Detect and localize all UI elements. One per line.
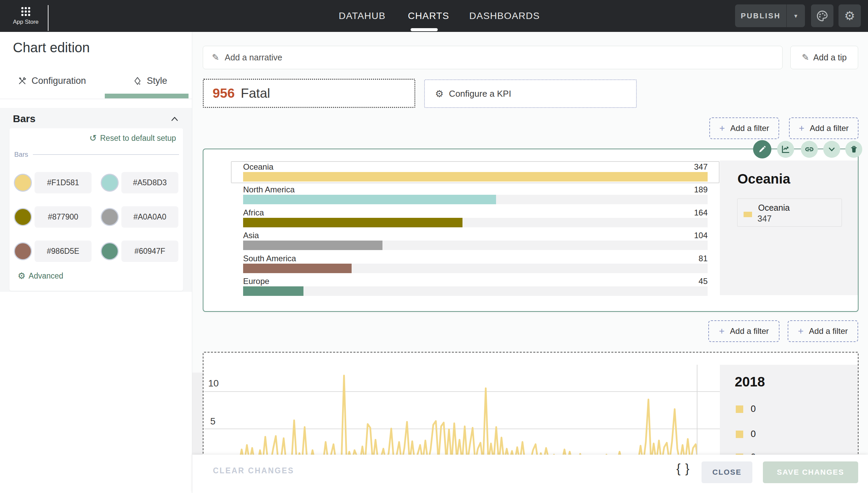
app-store-button[interactable]: App Store (10, 0, 41, 32)
bar-fill (243, 195, 496, 204)
legend-item[interactable]: Oceania 347 (737, 198, 842, 227)
bar-row[interactable]: South America81 (243, 255, 708, 278)
pencil-icon: ✎ (802, 52, 809, 63)
tab-configuration[interactable]: Configuration (18, 64, 86, 97)
bars-section-header[interactable]: Bars (13, 113, 178, 124)
legend-item-value: 347 (757, 214, 772, 224)
bar-track (243, 218, 708, 227)
color-hex-2[interactable]: #A5D8D3 (121, 172, 178, 193)
add-filter-button[interactable]: + Add a filter (788, 320, 858, 342)
save-changes-button[interactable]: SAVE CHANGES (763, 461, 858, 483)
bar-track (243, 264, 708, 273)
app-grid-icon (21, 7, 31, 16)
sidebar: Chart edition Configuration Style Bars (0, 32, 192, 493)
plus-icon: + (799, 123, 804, 134)
color-swatch-1[interactable] (14, 174, 32, 192)
link-button[interactable] (801, 141, 818, 158)
add-filter-button[interactable]: + Add a filter (708, 320, 780, 342)
add-filter-label: Add a filter (730, 124, 769, 133)
bar-row[interactable]: Africa164 (243, 210, 708, 232)
add-filter-button[interactable]: + Add a filter (709, 117, 779, 139)
edit-chart-button[interactable] (753, 140, 771, 158)
legend-item-label: Oceania (758, 203, 790, 213)
link-icon (804, 144, 814, 154)
plus-icon: + (719, 326, 724, 337)
nav-charts[interactable]: CHARTS (408, 0, 449, 32)
advanced-link[interactable]: ⚙ Advanced (18, 271, 63, 281)
legend-item[interactable]: 0 (736, 404, 756, 414)
section-gutter (192, 373, 203, 455)
color-hex-3[interactable]: #877900 (35, 206, 92, 228)
color-hex-6[interactable]: #60947F (121, 241, 178, 262)
add-filter-button[interactable]: + Add a filter (789, 117, 859, 139)
clear-changes-button[interactable]: CLEAR CHANGES (213, 466, 294, 475)
bar-label: Oceania (243, 162, 273, 172)
collapse-chart-button[interactable] (823, 141, 840, 158)
legend-title: 2018 (735, 374, 765, 390)
legend-item-value: 0 (751, 429, 756, 439)
add-tip-label: Add a tip (813, 53, 847, 62)
publish-label[interactable]: PUBLISH (735, 4, 787, 27)
theme-palette-button[interactable] (811, 4, 833, 27)
bar-value: 164 (694, 208, 708, 217)
bottom-action-bar: CLEAR CHANGES { } CLOSE SAVE CHANGES (192, 455, 868, 493)
sidebar-title: Chart edition (13, 40, 90, 55)
kpi-value: 956 (213, 86, 235, 101)
close-button[interactable]: CLOSE (702, 461, 752, 483)
legend-title: Oceania (737, 171, 790, 187)
bar-value: 81 (698, 254, 708, 263)
kpi-label: Fatal (241, 86, 270, 101)
bar-row[interactable]: North America189 (243, 187, 708, 209)
configure-kpi-button[interactable]: ⚙ Configure a KPI (424, 79, 637, 108)
color-swatch-3[interactable] (14, 208, 32, 226)
color-swatch-5[interactable] (14, 242, 32, 260)
active-tab-indicator (105, 94, 189, 98)
bar-row[interactable]: Europe45 (243, 278, 708, 301)
publish-button[interactable]: PUBLISH ▾ (735, 4, 805, 27)
tab-configuration-label: Configuration (32, 76, 86, 86)
delete-chart-button[interactable] (845, 141, 862, 158)
color-hex-1[interactable]: #F1D581 (35, 172, 92, 193)
settings-button[interactable]: ⚙ (839, 4, 861, 27)
bars-section-title: Bars (13, 113, 36, 125)
legend-item-value: 0 (751, 404, 756, 414)
legend-item[interactable]: 0 (736, 429, 756, 439)
reset-to-default-link[interactable]: ↺ Reset to default setup (89, 133, 176, 144)
publish-dropdown-caret[interactable]: ▾ (787, 4, 805, 27)
color-hex-4[interactable]: #A0A0A0 (121, 206, 178, 228)
add-tip-button[interactable]: ✎ Add a tip (790, 46, 858, 69)
reset-label: Reset to default setup (100, 134, 176, 143)
add-filter-label: Add a filter (809, 326, 848, 336)
bar-label: South America (243, 254, 296, 263)
bar-label: Africa (243, 208, 264, 217)
plus-icon: + (719, 123, 725, 134)
bar-value: 45 (698, 277, 708, 286)
bars-fieldset-label: Bars (14, 151, 28, 158)
pencil-icon (757, 145, 767, 154)
trash-icon (849, 145, 859, 154)
advanced-gear-icon: ⚙ (18, 271, 25, 281)
add-narrative-input[interactable]: ✎ Add a narrative (203, 46, 783, 69)
bar-label: North America (243, 185, 295, 194)
style-drop-icon (133, 76, 142, 86)
color-hex-5[interactable]: #986D5E (35, 241, 92, 262)
bars-fieldset: Bars (14, 151, 179, 158)
bar-label: Asia (243, 231, 259, 240)
code-view-button[interactable]: { } (676, 461, 690, 476)
color-swatch-2[interactable] (101, 174, 119, 192)
narrative-placeholder: Add a narrative (225, 53, 282, 62)
bar-row[interactable]: Oceania347 (243, 164, 708, 187)
color-swatch-4[interactable] (101, 208, 119, 226)
chart-type-button[interactable] (777, 141, 794, 158)
nav-dashboards[interactable]: DASHBOARDS (469, 0, 540, 32)
kpi-box[interactable]: 956 Fatal (203, 79, 415, 108)
bar-row[interactable]: Asia104 (243, 232, 708, 255)
bar-chart-legend: Oceania Oceania 347 (720, 160, 858, 295)
reset-icon: ↺ (89, 133, 97, 144)
bar-chart: Oceania347North America189Africa164Asia1… (243, 164, 708, 303)
nav-datahub[interactable]: DATAHUB (339, 0, 386, 32)
top-header: App Store DATAHUB CHARTS DASHBOARDS PUBL… (0, 0, 868, 32)
color-swatch-6[interactable] (101, 242, 119, 260)
chevron-up-icon[interactable] (171, 116, 178, 121)
tab-style[interactable]: Style (133, 64, 167, 97)
